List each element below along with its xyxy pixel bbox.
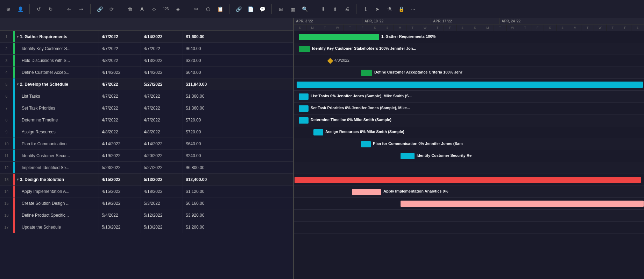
- outdent-button[interactable]: ⇐: [64, 4, 74, 14]
- add-task-button[interactable]: ⊕: [3, 4, 13, 14]
- table-row[interactable]: 8 Determine Timeline 4/7/2022 4/7/2022 $…: [0, 114, 293, 126]
- indent-button[interactable]: ⇒: [76, 4, 86, 14]
- table-row[interactable]: 16 Define Product Specific... 5/4/2022 5…: [0, 209, 293, 221]
- share-button[interactable]: ⬆: [330, 4, 340, 14]
- table-row[interactable]: 13 ▾ 3. Design the Solution 4/15/2022 5/…: [0, 174, 293, 186]
- start-date: 4/7/2022: [102, 106, 118, 111]
- gantt-week-apr17: APR, 17 '22: [431, 18, 500, 24]
- gantt-bar[interactable]: [361, 141, 371, 147]
- cycle-button[interactable]: ⟳: [107, 4, 116, 14]
- search-button[interactable]: 🔍: [300, 4, 310, 14]
- font-button[interactable]: A: [137, 4, 147, 14]
- grid-all-column[interactable]: [0, 18, 13, 30]
- gantt-row: [294, 79, 644, 91]
- attach-button[interactable]: 🔗: [234, 4, 243, 14]
- gantt-view-button[interactable]: ▦: [288, 4, 298, 14]
- dependency-connector-h: [398, 156, 401, 156]
- number-button[interactable]: 123: [161, 4, 171, 14]
- table-row[interactable]: 17 Update the Schedule 5/13/2022 5/13/20…: [0, 221, 293, 233]
- add-resource-button[interactable]: 👤: [15, 4, 25, 14]
- gantt-day: W: [507, 25, 519, 31]
- redo-button[interactable]: ↻: [46, 4, 56, 14]
- row-number: 14: [0, 186, 13, 197]
- start-date: 4/7/2022: [102, 118, 118, 123]
- grid-start-header: [111, 18, 153, 30]
- copy-button[interactable]: ⬡: [203, 4, 213, 14]
- gantt-row: [294, 222, 644, 233]
- notes-button[interactable]: 📄: [246, 4, 255, 14]
- table-row[interactable]: 12 Implement Identified Se... 5/23/2022 …: [0, 162, 293, 174]
- gantt-bar[interactable]: [401, 201, 644, 207]
- table-row[interactable]: 11 Identify Customer Secur... 4/19/2022 …: [0, 150, 293, 162]
- toolbar-group-export: ⬇ ⬆ 🖨: [318, 4, 356, 14]
- delete-button[interactable]: 🗑: [125, 4, 135, 14]
- gantt-bar[interactable]: [313, 129, 323, 135]
- gantt-bar-label: Determine Timeline 0% Mike Smith (Sample…: [311, 118, 391, 122]
- gantt-bar[interactable]: [361, 70, 372, 76]
- gantt-bar[interactable]: [299, 105, 309, 112]
- resource-cell: $640.00: [183, 138, 293, 149]
- gantt-bar[interactable]: [352, 189, 381, 195]
- row-number: 6: [0, 90, 13, 102]
- row-number: 13: [0, 174, 13, 185]
- gantt-bar[interactable]: [297, 82, 643, 88]
- table-row[interactable]: 14 Apply Implementation A... 4/15/2022 4…: [0, 186, 293, 197]
- gantt-row: Determine Timeline 0% Mike Smith (Sample…: [294, 114, 644, 126]
- info-button[interactable]: ℹ: [361, 4, 370, 14]
- collapse-icon[interactable]: ▾: [17, 177, 19, 181]
- shape-button[interactable]: ◇: [149, 4, 159, 14]
- gantt-bar[interactable]: [295, 177, 641, 183]
- gantt-bar[interactable]: [299, 34, 379, 40]
- table-row[interactable]: 4 Define Customer Accep... 4/14/2022 4/1…: [0, 67, 293, 78]
- download-button[interactable]: ⬇: [318, 4, 328, 14]
- gantt-row: Assign Resources 0% Mike Smith (Sample): [294, 126, 644, 138]
- resource-value: $1,120.00: [186, 189, 204, 194]
- format-button[interactable]: ◈: [173, 4, 183, 14]
- table-row[interactable]: 1 ▾ 1. Gather Requirements 4/7/2022 4/14…: [0, 31, 293, 43]
- start-date: 5/4/2022: [102, 213, 118, 218]
- table-row[interactable]: 6 List Tasks 4/7/2022 4/7/2022 $1,360.00: [0, 90, 293, 102]
- gantt-week-apr3: APR, 3 '22: [294, 18, 362, 24]
- finish-date: 5/27/2022: [144, 165, 162, 170]
- gantt-bar[interactable]: [299, 46, 310, 52]
- print-button[interactable]: 🖨: [342, 4, 352, 14]
- table-row[interactable]: 10 Plan for Communication 4/14/2022 4/14…: [0, 138, 293, 150]
- task-name-cell: Define Product Specific...: [15, 213, 99, 218]
- filter-button[interactable]: ⚗: [384, 4, 394, 14]
- collapse-icon[interactable]: ▾: [17, 82, 19, 86]
- table-row[interactable]: 7 Set Task Priorities 4/7/2022 4/7/2022 …: [0, 102, 293, 114]
- start-date: 5/23/2022: [102, 165, 120, 170]
- link-button[interactable]: 🔗: [95, 4, 105, 14]
- table-row[interactable]: 3 Hold Discussions with S... 4/8/2022 4/…: [0, 55, 293, 67]
- nav-button[interactable]: ➤: [373, 4, 382, 14]
- grid-finish-header: [153, 18, 195, 30]
- row-number: 1: [0, 31, 13, 42]
- gantt-bar[interactable]: [299, 117, 309, 124]
- lock-button[interactable]: 🔒: [396, 4, 406, 14]
- more-button[interactable]: ···: [408, 4, 418, 14]
- resource-value: $640.00: [186, 70, 201, 75]
- resource-value: $640.00: [186, 46, 201, 51]
- table-row[interactable]: 15 Create Solution Design ... 4/19/2022 …: [0, 197, 293, 209]
- gantt-row: List Tasks 0% Jennifer Jones (Sample), M…: [294, 91, 644, 103]
- undo-button[interactable]: ↺: [34, 4, 44, 14]
- task-name-text: Implement Identified Se...: [22, 165, 69, 170]
- comment-button[interactable]: 💬: [257, 4, 267, 14]
- table-row[interactable]: 9 Assign Resources 4/8/2022 4/8/2022 $72…: [0, 126, 293, 138]
- table-row[interactable]: 5 ▾ 2. Develop the Schedule 4/7/2022 5/2…: [0, 78, 293, 90]
- gantt-week-apr10: APR, 10 '22: [362, 18, 431, 24]
- finish-date-cell: 4/8/2022: [141, 126, 183, 138]
- table-row[interactable]: 2 Identify Key Customer S... 4/7/2022 4/…: [0, 43, 293, 55]
- finish-date-cell: 4/7/2022: [141, 43, 183, 54]
- paste-button[interactable]: 📋: [215, 4, 225, 14]
- gantt-bar-label: Assign Resources 0% Mike Smith (Sample): [325, 130, 404, 134]
- grid-view-button[interactable]: ⊞: [276, 4, 286, 14]
- gantt-bar[interactable]: [401, 153, 415, 159]
- resource-value: $1,360.00: [186, 106, 204, 111]
- gantt-bar[interactable]: [299, 93, 309, 100]
- start-date-cell: 4/7/2022: [99, 114, 141, 126]
- resource-value: $3,920.00: [186, 213, 204, 218]
- collapse-icon[interactable]: ▾: [17, 35, 19, 39]
- cut-button[interactable]: ✂: [191, 4, 201, 14]
- gantt-bar-label: Identify Customer Security Re: [417, 153, 472, 158]
